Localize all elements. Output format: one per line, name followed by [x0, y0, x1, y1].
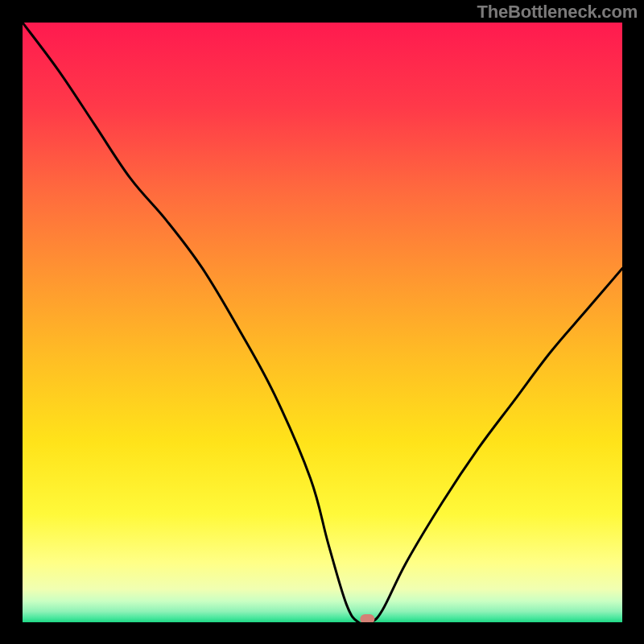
- plot-area: [23, 23, 622, 622]
- chart-container: TheBottleneck.com: [0, 0, 644, 644]
- optimal-marker: [360, 614, 374, 622]
- bottleneck-chart: [23, 23, 622, 622]
- chart-background: [23, 23, 622, 622]
- watermark-text: TheBottleneck.com: [477, 2, 638, 23]
